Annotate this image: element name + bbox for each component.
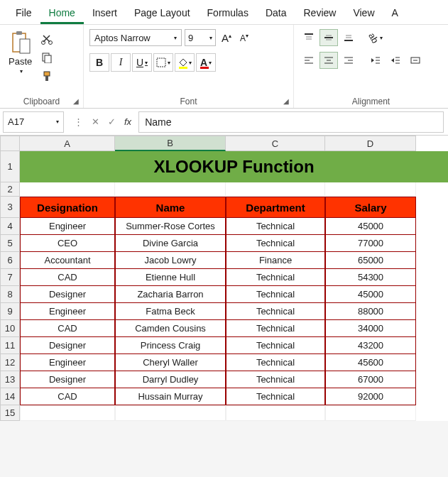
- data-cell[interactable]: Engineer: [20, 303, 115, 320]
- data-cell[interactable]: 54300: [325, 269, 416, 286]
- tab-page-layout[interactable]: Page Layout: [126, 3, 199, 24]
- data-cell[interactable]: CAD: [20, 269, 115, 286]
- data-cell[interactable]: Technical: [226, 337, 325, 354]
- align-middle-button[interactable]: [319, 29, 338, 46]
- row-header[interactable]: 11: [0, 337, 20, 354]
- data-cell[interactable]: 45000: [325, 218, 416, 235]
- tab-formulas[interactable]: Formulas: [199, 3, 257, 24]
- tab-review[interactable]: Review: [295, 3, 345, 24]
- tab-view[interactable]: View: [344, 3, 383, 24]
- fx-button[interactable]: fx: [121, 116, 134, 127]
- expand-icon[interactable]: ⋮: [71, 116, 86, 127]
- font-size-select[interactable]: 9▾: [185, 29, 216, 46]
- data-cell[interactable]: Technical: [226, 371, 325, 388]
- data-cell[interactable]: 65000: [325, 252, 416, 269]
- col-header-a[interactable]: A: [20, 136, 115, 151]
- row-header[interactable]: 6: [0, 252, 20, 269]
- data-cell[interactable]: Engineer: [20, 218, 115, 235]
- data-cell[interactable]: 67000: [325, 371, 416, 388]
- header-cell[interactable]: Salary: [325, 197, 416, 218]
- decrease-indent-button[interactable]: [366, 52, 385, 69]
- tab-home[interactable]: Home: [40, 3, 84, 24]
- tab-file[interactable]: File: [7, 3, 40, 24]
- title-cell[interactable]: XLOOKUP Function: [20, 151, 448, 182]
- copy-button[interactable]: [39, 50, 55, 65]
- align-right-button[interactable]: [339, 52, 358, 69]
- data-cell[interactable]: Hussain Murray: [115, 388, 226, 405]
- header-cell[interactable]: Department: [226, 197, 325, 218]
- decrease-font-button[interactable]: A▾: [237, 33, 251, 43]
- data-cell[interactable]: 34000: [325, 320, 416, 337]
- row-header[interactable]: 3: [0, 197, 20, 218]
- data-cell[interactable]: Engineer: [20, 354, 115, 371]
- data-cell[interactable]: CAD: [20, 388, 115, 405]
- data-cell[interactable]: Princess Craig: [115, 337, 226, 354]
- data-cell[interactable]: CEO: [20, 235, 115, 252]
- data-cell[interactable]: Accountant: [20, 252, 115, 269]
- row-header[interactable]: 4: [0, 218, 20, 235]
- align-center-button[interactable]: [319, 52, 338, 69]
- data-cell[interactable]: 88000: [325, 303, 416, 320]
- orientation-button[interactable]: ab▾: [366, 29, 385, 46]
- select-all-corner[interactable]: [0, 136, 20, 151]
- data-cell[interactable]: Jacob Lowry: [115, 252, 226, 269]
- cell[interactable]: [325, 182, 416, 197]
- tab-more[interactable]: A: [383, 3, 407, 24]
- data-cell[interactable]: Technical: [226, 235, 325, 252]
- font-name-select[interactable]: Aptos Narrow▾: [89, 29, 182, 46]
- data-cell[interactable]: Technical: [226, 269, 325, 286]
- italic-button[interactable]: I: [111, 53, 131, 72]
- data-cell[interactable]: Etienne Hull: [115, 269, 226, 286]
- cell[interactable]: [20, 182, 115, 197]
- col-header-d[interactable]: D: [325, 136, 416, 151]
- row-header[interactable]: 14: [0, 388, 20, 405]
- data-cell[interactable]: Technical: [226, 354, 325, 371]
- data-cell[interactable]: 77000: [325, 235, 416, 252]
- data-cell[interactable]: Camden Cousins: [115, 320, 226, 337]
- data-cell[interactable]: Designer: [20, 337, 115, 354]
- increase-indent-button[interactable]: [386, 52, 405, 69]
- data-cell[interactable]: CAD: [20, 320, 115, 337]
- data-cell[interactable]: Technical: [226, 320, 325, 337]
- data-cell[interactable]: Technical: [226, 388, 325, 405]
- cell[interactable]: [226, 405, 325, 421]
- increase-font-button[interactable]: A▴: [219, 32, 234, 44]
- data-cell[interactable]: 45000: [325, 286, 416, 303]
- data-cell[interactable]: Cheryl Waller: [115, 354, 226, 371]
- data-cell[interactable]: Designer: [20, 286, 115, 303]
- data-cell[interactable]: Finance: [226, 252, 325, 269]
- cell[interactable]: [226, 182, 325, 197]
- data-cell[interactable]: Darryl Dudley: [115, 371, 226, 388]
- name-box[interactable]: A17▾: [3, 111, 64, 133]
- format-painter-button[interactable]: [39, 69, 55, 83]
- row-header[interactable]: 9: [0, 303, 20, 320]
- tab-data[interactable]: Data: [257, 3, 295, 24]
- font-launcher[interactable]: ◢: [283, 97, 289, 105]
- tab-insert[interactable]: Insert: [84, 3, 126, 24]
- cell[interactable]: [115, 182, 226, 197]
- row-header[interactable]: 5: [0, 235, 20, 252]
- merge-button[interactable]: [406, 52, 425, 69]
- cut-button[interactable]: [39, 32, 55, 46]
- header-cell[interactable]: Designation: [20, 197, 115, 218]
- row-header[interactable]: 10: [0, 320, 20, 337]
- data-cell[interactable]: Technical: [226, 303, 325, 320]
- col-header-b[interactable]: B: [115, 136, 226, 151]
- cell[interactable]: [325, 405, 416, 421]
- cancel-button[interactable]: ✕: [89, 116, 102, 127]
- align-top-button[interactable]: [300, 29, 318, 46]
- borders-button[interactable]: ▾: [153, 53, 173, 72]
- data-cell[interactable]: Divine Garcia: [115, 235, 226, 252]
- row-header[interactable]: 15: [0, 405, 20, 421]
- align-bottom-button[interactable]: [339, 29, 358, 46]
- data-cell[interactable]: Technical: [226, 286, 325, 303]
- row-header[interactable]: 13: [0, 371, 20, 388]
- clipboard-launcher[interactable]: ◢: [73, 97, 79, 105]
- col-header-c[interactable]: C: [226, 136, 325, 151]
- row-header[interactable]: 1: [0, 151, 20, 182]
- paste-button[interactable]: Paste ▾: [6, 29, 35, 76]
- fill-color-button[interactable]: ▾: [175, 53, 195, 72]
- row-header[interactable]: 12: [0, 354, 20, 371]
- formula-input[interactable]: Name: [138, 111, 444, 133]
- data-cell[interactable]: Zacharia Barron: [115, 286, 226, 303]
